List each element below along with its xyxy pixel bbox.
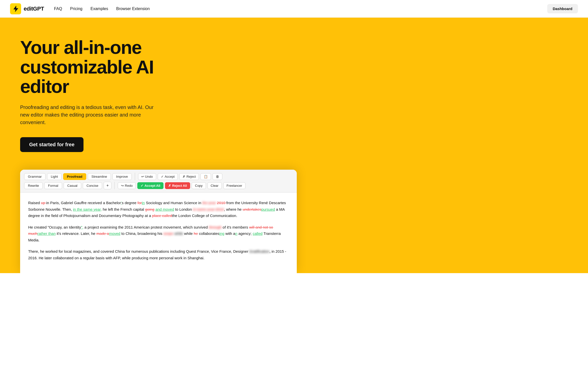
redo-icon: ↪ <box>121 184 124 188</box>
nav-browser-extension[interactable]: Browser Extension <box>116 7 150 11</box>
ins-rather-than: rather than <box>37 231 56 236</box>
ins-pursued: pursued <box>261 207 275 211</box>
hero-content: Your all-in-one customizable AI editor P… <box>20 38 196 167</box>
freelancer-button[interactable]: Freelancer <box>223 182 245 189</box>
mode-proofread[interactable]: Proofread <box>63 173 86 180</box>
hero-subtitle: Proofreading and editing is a tedious ta… <box>20 103 161 126</box>
del-2010: 2010 <box>217 201 227 205</box>
del-undertakes: undertakes <box>243 207 261 211</box>
mode-light[interactable]: Light <box>47 173 62 180</box>
redo-button[interactable]: ↪ Redo <box>118 182 136 189</box>
del-through: through <box>209 225 222 229</box>
ins-in: in <box>142 201 145 205</box>
editor-paragraph-2: He created "Occupy, an Identity", a proj… <box>28 224 289 243</box>
nav-examples[interactable]: Examples <box>91 7 108 11</box>
logo-link[interactable]: editGPT <box>10 3 44 14</box>
editor-body: Raised up in Paris, Gabriel Gauffre rece… <box>20 193 297 273</box>
logo-icon <box>10 3 21 14</box>
del-he: he <box>194 231 198 236</box>
accept-button[interactable]: ✓ Accept <box>158 173 178 180</box>
navbar: editGPT FAQ Pricing Examples Browser Ext… <box>0 0 588 18</box>
dashboard-button[interactable]: Dashboard <box>547 4 578 13</box>
accept-all-button[interactable]: ✓ Accept All <box>137 182 163 189</box>
ins-called: called <box>253 231 263 236</box>
hero-title: Your all-in-one customizable AI editor <box>20 38 196 96</box>
editor-preview: Grammar Light Proofread Streamline Impro… <box>20 170 297 273</box>
reject-button[interactable]: ✗ Reject <box>179 173 199 180</box>
copy-icon-btn[interactable]: 📋 <box>200 173 211 180</box>
hero-section: Your all-in-one customizable AI editor P… <box>0 18 588 273</box>
del-place-called: place called <box>152 213 172 218</box>
copy-button[interactable]: Copy <box>192 182 206 189</box>
svg-marker-0 <box>14 6 18 12</box>
mode-improve[interactable]: Improve <box>112 173 132 180</box>
ins-and-moved: and moved <box>155 207 174 211</box>
reject-all-icon: ✗ <box>168 184 171 188</box>
toolbar-divider-2 <box>114 182 115 189</box>
clear-icon-btn[interactable]: 🗑 <box>213 173 222 180</box>
blur-1: while <box>175 231 183 236</box>
nav-faq[interactable]: FAQ <box>54 7 62 11</box>
undo-button[interactable]: ↩ Undo <box>138 173 156 180</box>
editor-paragraph-3: There, he worked for local magazines, an… <box>28 248 289 261</box>
clear-button[interactable]: Clear <box>207 182 222 189</box>
undo-icon: ↩ <box>141 175 144 178</box>
toolbar-divider-1 <box>135 173 135 180</box>
del-the-year: the year <box>202 201 216 205</box>
mode-formal[interactable]: Formal <box>44 182 62 189</box>
mode-rewrite[interactable]: Rewrite <box>24 182 43 189</box>
blur-2: Gratification <box>249 249 269 253</box>
ins-apostrophe: ' <box>121 201 122 205</box>
mode-streamline[interactable]: Streamline <box>88 173 111 180</box>
del-going: going <box>145 207 154 211</box>
reject-all-button[interactable]: ✗ Reject All <box>165 182 190 189</box>
accept-icon: ✓ <box>161 175 164 178</box>
mode-grammar[interactable]: Grammar <box>24 173 46 180</box>
del-in-same-year: in same year 2010 <box>193 207 224 211</box>
ins-quote: ", <box>81 225 83 229</box>
editor-paragraph-1: Raised up in Paris, Gabriel Gauffre rece… <box>28 200 289 219</box>
mode-concise[interactable]: Concise <box>83 182 102 189</box>
mode-plus[interactable]: + <box>104 182 111 189</box>
nav-pricing[interactable]: Pricing <box>70 7 82 11</box>
del-made-a: made a <box>96 231 109 236</box>
editor-toolbar: Grammar Light Proofread Streamline Impro… <box>20 170 297 193</box>
del-up: up <box>41 201 46 205</box>
cta-button[interactable]: Get started for free <box>20 137 83 152</box>
del-for: for <box>138 201 142 205</box>
ins-ing: ing <box>219 231 224 236</box>
ins-moved: moved <box>109 231 120 236</box>
logo-text: editGPT <box>24 6 44 12</box>
nav-links: FAQ Pricing Examples Browser Extension <box>54 7 150 11</box>
reject-icon: ✗ <box>183 175 185 178</box>
ins-same-year: in the same year, <box>73 207 102 211</box>
ins-n: n <box>235 231 237 236</box>
accept-all-icon: ✓ <box>141 184 143 188</box>
mode-casual[interactable]: Casual <box>64 182 81 189</box>
del-scope: scope <box>163 231 173 236</box>
